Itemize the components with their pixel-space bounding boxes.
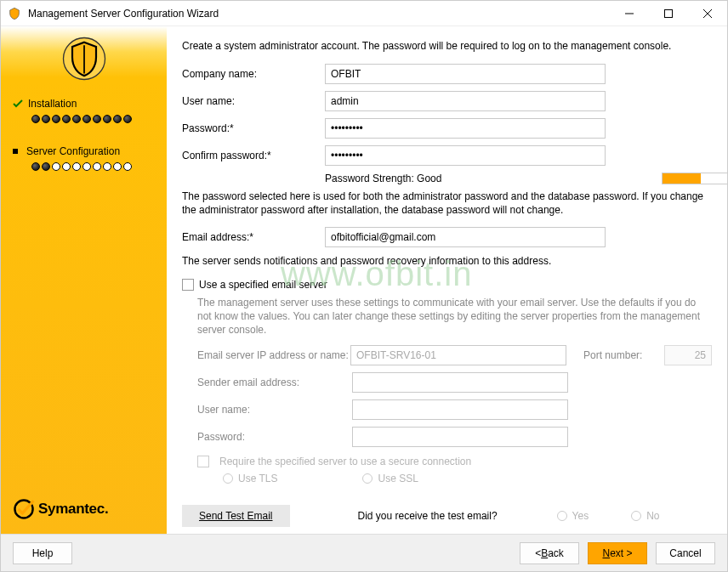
use-specified-server-checkbox[interactable] — [182, 279, 194, 291]
close-button[interactable] — [688, 1, 727, 26]
test-yes-radio — [557, 511, 567, 521]
back-button[interactable]: < Back — [520, 542, 579, 564]
email-server-settings: The management server uses these setting… — [182, 296, 712, 485]
email-settings-intro: The management server uses these setting… — [197, 296, 712, 337]
email-server-input — [350, 345, 566, 365]
sidebar-step-label: Installation — [28, 98, 77, 110]
sidebar-step-server-config: Server Configuration — [13, 145, 155, 157]
secure-connection-checkbox — [197, 456, 209, 467]
checkmark-icon — [13, 99, 23, 109]
intro-text: Create a system administrator account. T… — [182, 40, 712, 52]
email-label: Email address:* — [182, 231, 325, 243]
sidebar-step-installation: Installation — [13, 98, 155, 110]
email-note: The server sends notifications and passw… — [182, 254, 712, 268]
sender-input — [352, 372, 568, 393]
secure-connection-label: Require the specified server to use a se… — [219, 456, 471, 467]
title-bar: Management Server Configuration Wizard — [1, 1, 727, 26]
shield-icon — [60, 35, 108, 82]
password-input[interactable] — [325, 118, 606, 139]
password-strength-meter — [662, 173, 727, 184]
symantec-check-icon — [13, 498, 35, 520]
use-specified-server-label: Use a specified email server — [199, 279, 327, 291]
minimize-button[interactable] — [610, 1, 649, 26]
sender-label: Sender email address: — [197, 377, 352, 388]
main-panel: Create a system administrator account. T… — [167, 26, 727, 534]
port-input — [664, 345, 712, 365]
sidebar-step-label: Server Configuration — [26, 145, 120, 157]
cancel-button[interactable]: Cancel — [656, 542, 715, 564]
installation-progress-dots — [31, 115, 155, 123]
maximize-button[interactable] — [649, 1, 688, 26]
username-input[interactable] — [325, 91, 606, 111]
test-email-question: Did you receive the test email? — [358, 510, 498, 522]
server-config-progress-dots — [31, 162, 155, 171]
app-icon — [8, 7, 21, 20]
use-tls-label: Use TLS — [238, 473, 277, 484]
username-label: User name: — [182, 95, 325, 107]
email-input[interactable] — [325, 227, 606, 247]
window-title: Management Server Configuration Wizard — [28, 8, 610, 20]
confirm-input[interactable] — [325, 145, 606, 166]
sidebar: Installation Server Configuration Symant… — [1, 26, 167, 534]
use-ssl-label: Use SSL — [378, 473, 418, 484]
email-username-input — [352, 399, 568, 420]
test-yes-label: Yes — [572, 510, 589, 522]
use-tls-radio — [223, 473, 233, 484]
email-username-label: User name: — [197, 404, 352, 416]
email-password-label: Password: — [197, 431, 352, 443]
port-label: Port number: — [583, 349, 664, 361]
email-password-input — [352, 427, 568, 447]
next-button[interactable]: Next > — [588, 542, 647, 564]
confirm-label: Confirm password:* — [182, 150, 325, 161]
test-no-radio — [631, 511, 641, 521]
email-server-label: Email server IP address or name: — [197, 349, 350, 361]
company-label: Company name: — [182, 68, 325, 80]
svg-rect-1 — [665, 9, 673, 17]
help-button[interactable]: Help — [13, 542, 72, 564]
symantec-brand-text: Symantec. — [38, 501, 108, 518]
send-test-email-button[interactable]: Send Test Email — [182, 505, 290, 527]
password-strength-label: Password Strength: Good — [325, 173, 662, 184]
window-controls — [610, 1, 727, 26]
test-no-label: No — [646, 510, 659, 522]
password-note: The password selected here is used for b… — [182, 190, 712, 217]
bullet-icon — [13, 149, 18, 154]
symantec-logo: Symantec. — [13, 498, 108, 520]
footer-bar: Help < Back Next > Cancel — [1, 534, 727, 571]
company-input[interactable] — [325, 64, 606, 84]
use-ssl-radio — [362, 473, 373, 484]
password-label: Password:* — [182, 122, 325, 134]
